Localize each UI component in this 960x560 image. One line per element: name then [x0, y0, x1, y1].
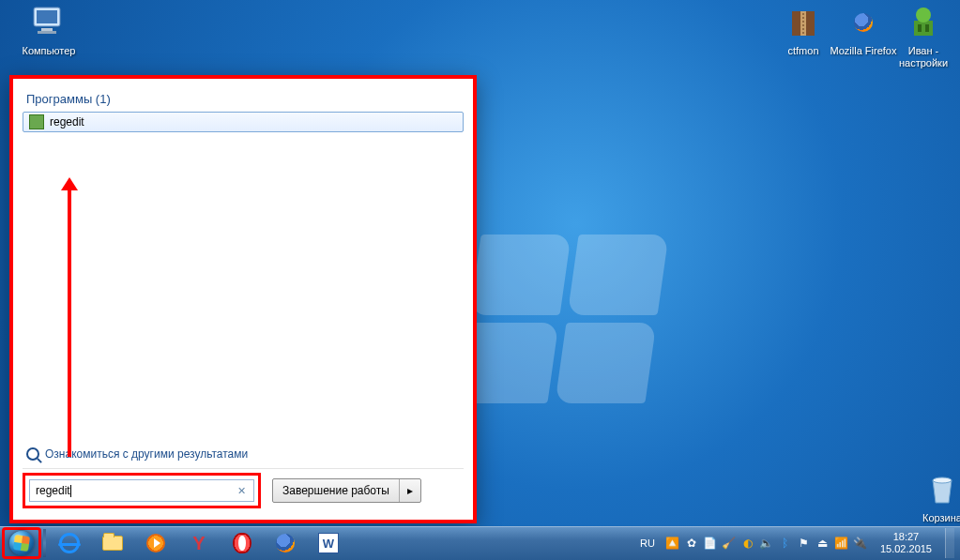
taskbar-divider — [43, 529, 46, 557]
regedit-icon — [29, 114, 44, 129]
archive-icon — [785, 4, 822, 41]
media-player-icon — [146, 534, 165, 552]
see-more-results-label: Ознакомиться с другими результатами — [45, 447, 248, 461]
tray-icon-bluetooth[interactable]: ᛒ — [779, 537, 792, 550]
tray-icon-volume[interactable]: 🔈 — [760, 537, 773, 550]
svg-rect-11 — [925, 24, 929, 32]
trash-icon — [923, 471, 960, 508]
system-tray: RU 🔼 ✿ 📄 🧹 ◐ 🔈 ᛒ ⚑ ⏏ 📶 🔌 18:27 15.02.201… — [636, 528, 954, 558]
taskbar-pin-opera[interactable] — [221, 529, 263, 557]
taskbar-pin-explorer[interactable] — [92, 529, 133, 557]
taskbar-pin-wmp[interactable] — [135, 529, 176, 557]
tray-icon-power[interactable]: 🔌 — [854, 537, 867, 550]
desktop-icon-recycle-bin[interactable]: Корзина — [908, 471, 960, 524]
opera-icon — [233, 533, 251, 553]
search-result-label: regedit — [50, 115, 84, 129]
svg-rect-1 — [37, 10, 57, 23]
tray-icon-clean[interactable]: 🧹 — [723, 537, 736, 550]
tray-icon-security[interactable]: 🔼 — [666, 537, 679, 550]
taskbar-pin-firefox[interactable] — [265, 529, 306, 557]
show-desktop-button[interactable] — [945, 528, 954, 558]
svg-rect-2 — [41, 28, 53, 31]
word-icon: W — [318, 533, 339, 553]
search-results-header: Программы (1) — [23, 90, 464, 112]
svg-point-12 — [933, 477, 952, 483]
start-menu: Программы (1) regedit Ознакомиться с дру… — [9, 75, 477, 523]
tray-icon-app1[interactable]: ✿ — [685, 537, 698, 550]
folder-icon — [102, 536, 123, 551]
windows-orb-icon — [9, 531, 34, 555]
language-indicator[interactable]: RU — [636, 536, 659, 551]
firefox-icon — [845, 4, 882, 41]
search-box-highlight: regedit ✕ — [23, 473, 261, 508]
annotation-arrow — [68, 189, 71, 457]
desktop-icon-label: ctfmon — [770, 45, 837, 57]
clock-date: 15.02.2015 — [880, 543, 932, 555]
desktop-icon-label: Иван - настройки — [890, 45, 957, 69]
desktop-icon-firefox[interactable]: Mozilla Firefox — [830, 4, 897, 57]
svg-rect-8 — [914, 21, 933, 36]
clear-search-icon[interactable]: ✕ — [236, 485, 248, 497]
search-input-value: regedit — [36, 484, 70, 497]
taskbar-pin-word[interactable]: W — [308, 529, 349, 557]
ie-icon — [59, 533, 80, 553]
firefox-icon — [276, 534, 295, 552]
start-menu-search-input[interactable]: regedit ✕ — [29, 479, 254, 502]
search-result-regedit[interactable]: regedit — [23, 112, 464, 132]
settings-icon — [905, 4, 942, 41]
desktop-icon-label: Компьютер — [15, 45, 83, 57]
search-icon — [26, 447, 39, 461]
tray-icon-flag[interactable]: ⚑ — [798, 537, 811, 550]
taskbar-pin-yandex[interactable]: Y — [178, 529, 220, 557]
taskbar: Y W RU 🔼 ✿ 📄 🧹 ◐ 🔈 ᛒ ⚑ ⏏ 📶 🔌 18:27 15.02… — [0, 526, 960, 560]
tray-icon-safely-remove[interactable]: ⏏ — [816, 537, 830, 550]
clock-time: 18:27 — [880, 531, 932, 543]
desktop-icon-computer[interactable]: Компьютер — [15, 4, 83, 57]
text-caret — [70, 485, 71, 497]
shutdown-button[interactable]: Завершение работы ▸ — [272, 478, 421, 503]
taskbar-pin-ie[interactable] — [49, 529, 90, 557]
taskbar-clock[interactable]: 18:27 15.02.2015 — [875, 531, 937, 554]
tray-icon-app2[interactable]: 📄 — [704, 537, 717, 550]
computer-icon — [30, 4, 68, 41]
shutdown-label: Завершение работы — [273, 479, 399, 502]
yandex-icon: Y — [192, 534, 205, 552]
tray-icon-updates[interactable]: ◐ — [741, 537, 754, 550]
start-button[interactable] — [2, 527, 41, 559]
shutdown-options-arrow[interactable]: ▸ — [399, 479, 420, 502]
desktop-icon-label: Mozilla Firefox — [830, 45, 897, 57]
desktop-icon-ivan-settings[interactable]: Иван - настройки — [890, 4, 957, 69]
svg-rect-3 — [38, 31, 56, 34]
desktop-icon-label: Корзина — [908, 512, 960, 524]
svg-point-9 — [916, 8, 931, 23]
windows-logo-watermark — [457, 235, 668, 403]
svg-rect-10 — [918, 24, 922, 32]
see-more-results-link[interactable]: Ознакомиться с другими результатами — [23, 440, 464, 468]
desktop-icon-ctfmon[interactable]: ctfmon — [770, 4, 837, 57]
tray-icon-network[interactable]: 📶 — [835, 537, 848, 550]
